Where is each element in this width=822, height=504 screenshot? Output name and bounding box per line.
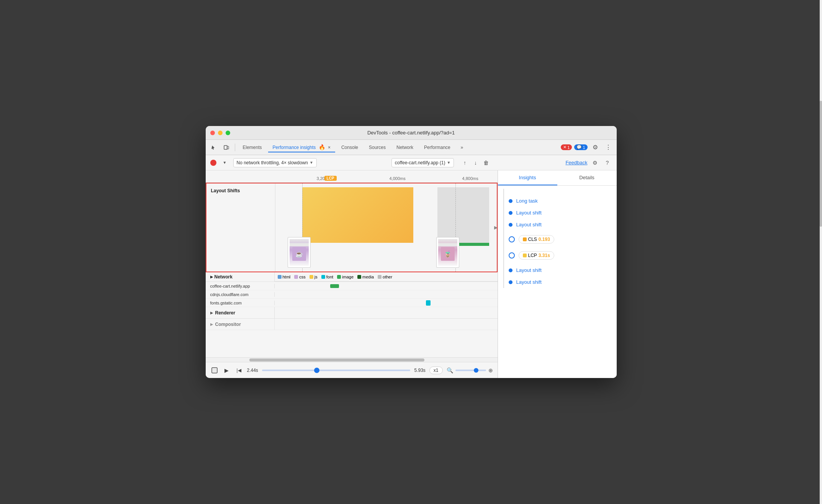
insights-tabs: Insights Details — [498, 170, 617, 186]
layout-shift-orange-block[interactable] — [302, 187, 413, 243]
cls-value: 0.193 — [539, 237, 550, 242]
legend-image: image — [337, 275, 354, 279]
net-bar-area-2 — [275, 290, 498, 298]
legend-media: media — [357, 275, 374, 279]
insights-content: Long task Layout shift Layout shift — [498, 186, 617, 378]
layout-shift-1-link[interactable]: Layout shift — [516, 210, 542, 216]
net-host-3: fonts.gstatic.com — [206, 301, 275, 305]
tab-toolbar: Elements Performance insights 🔥 × Consol… — [206, 140, 617, 155]
window-title: DevTools - coffee-cart.netlify.app/?ad=1 — [367, 130, 455, 136]
image-color — [337, 275, 341, 279]
zoom-controls: 🔍 ⊕ — [447, 367, 493, 373]
net-bar-3 — [426, 300, 431, 306]
inspect-tool[interactable] — [209, 142, 219, 153]
css-label: css — [299, 275, 306, 279]
message-badge[interactable]: 💬 1 — [574, 144, 587, 150]
devtools-window: DevTools - coffee-cart.netlify.app/?ad=1… — [206, 126, 617, 378]
speed-badge[interactable]: x1 — [429, 367, 443, 374]
legend-bar: html css js — [275, 272, 498, 281]
delete-icon[interactable]: 🗑 — [481, 158, 491, 167]
more-tabs-button[interactable]: » — [457, 142, 467, 153]
timeline-thumb[interactable] — [314, 368, 319, 373]
error-badge[interactable]: ✕ 1 — [561, 144, 572, 150]
layout-shift-3-link[interactable]: Layout shift — [516, 267, 542, 273]
screenshot-thumb-2[interactable]: 🧋 — [436, 237, 459, 268]
other-label: other — [383, 275, 392, 279]
record-dropdown[interactable]: ▼ — [219, 157, 230, 168]
timeline-scrubber[interactable] — [262, 370, 411, 371]
layout-shifts-content[interactable]: ☕ 🧋 — [275, 183, 497, 272]
renderer-label[interactable]: Renderer — [206, 307, 275, 318]
layout-shift-4-link[interactable]: Layout shift — [516, 279, 542, 285]
legend-css: css — [294, 275, 306, 279]
throttle-dropdown[interactable]: No network throttling, 4× slowdown ▼ — [233, 158, 317, 167]
more-options-button[interactable]: ⋮ — [603, 142, 614, 153]
timeline-panel: 3,200ms 4,000ms 4,800ms LCP Layout Shift… — [206, 170, 498, 378]
tab-console[interactable]: Console — [337, 143, 363, 152]
cls-color-square — [523, 237, 527, 241]
start-time-label: 2.44s — [247, 368, 258, 373]
net-bar-area-1 — [275, 282, 498, 290]
zoom-in-icon[interactable]: ⊕ — [488, 367, 493, 373]
device-tool[interactable] — [221, 142, 232, 153]
export-icons: ↑ ↓ 🗑 — [460, 158, 491, 167]
bottom-controls: ▶ |◀ 2.44s 5.93s x1 🔍 ⊕ — [206, 362, 498, 378]
feedback-link[interactable]: Feedback — [565, 160, 587, 165]
layout-shifts-label: Layout Shifts — [206, 183, 275, 272]
font-color — [321, 275, 325, 279]
lcp-badge-ins[interactable]: LCP 3.31s — [519, 251, 554, 260]
throttle-arrow-icon: ▼ — [309, 160, 313, 165]
tab-elements[interactable]: Elements — [238, 143, 267, 152]
zoom-slider-thumb[interactable] — [474, 368, 478, 373]
long-task-link[interactable]: Long task — [516, 198, 538, 204]
skip-to-start-button[interactable]: |◀ — [235, 366, 243, 375]
settings-button[interactable]: ⚙ — [590, 142, 601, 153]
upload-icon[interactable]: ↑ — [460, 158, 469, 167]
maximize-button[interactable] — [226, 131, 230, 135]
html-label: html — [283, 275, 291, 279]
play-button[interactable]: ▶ — [223, 366, 231, 375]
record-button[interactable] — [210, 160, 216, 166]
gear-icon[interactable]: ⚙ — [591, 158, 600, 167]
tab-details[interactable]: Details — [557, 170, 617, 185]
insight-dot-lcp — [509, 252, 515, 259]
image-label: image — [342, 275, 354, 279]
help-icon[interactable]: ? — [603, 158, 612, 167]
time-mark-2: 4,000ms — [390, 176, 406, 181]
insight-dot-4 — [509, 268, 513, 272]
close-button[interactable] — [210, 131, 215, 135]
tracks-area[interactable]: Layout Shifts — [206, 183, 498, 357]
insight-dot-cls — [509, 236, 515, 242]
compositor-label[interactable]: Compositor — [206, 319, 275, 330]
tab-network[interactable]: Network — [392, 143, 418, 152]
layout-shifts-track: Layout Shifts — [206, 183, 498, 272]
compositor-content — [275, 319, 498, 330]
screenshot-preview-1: ☕ — [290, 239, 309, 266]
arrow-right-icon: ▶ — [494, 225, 497, 230]
lcp-value: 3.31s — [539, 253, 550, 258]
lcp-color-square — [523, 254, 527, 257]
h-scrollbar-thumb[interactable] — [249, 358, 424, 362]
insights-panel: Insights Details Long task Layout shif — [498, 170, 617, 378]
layout-shift-gray-block[interactable] — [437, 187, 489, 243]
screenshot-thumb-1[interactable]: ☕ — [288, 237, 311, 268]
insight-layout-shift-1: Layout shift — [509, 207, 617, 219]
tab-performance[interactable]: Performance — [419, 143, 455, 152]
zoom-slider[interactable] — [455, 370, 486, 371]
screenshot-preview-2: 🧋 — [438, 239, 457, 266]
renderer-content — [275, 307, 498, 318]
h-scrollbar[interactable] — [206, 357, 498, 362]
layout-shift-2-link[interactable]: Layout shift — [516, 222, 542, 227]
net-bar-1 — [330, 284, 339, 288]
zoom-out-icon[interactable]: 🔍 — [447, 367, 453, 373]
minimize-button[interactable] — [218, 131, 223, 135]
download-icon[interactable]: ↓ — [471, 158, 480, 167]
cls-badge[interactable]: CLS 0.193 — [519, 235, 554, 244]
tab-performance-insights[interactable]: Performance insights 🔥 × — [268, 142, 335, 152]
tab-sources[interactable]: Sources — [364, 143, 390, 152]
css-color — [294, 275, 298, 279]
url-dropdown[interactable]: coffee-cart.netlify.app (1) ▼ — [391, 158, 454, 167]
tab-insights[interactable]: Insights — [498, 170, 557, 185]
toolbar-sep1 — [235, 144, 235, 151]
screenshot-view-button[interactable] — [210, 366, 219, 375]
